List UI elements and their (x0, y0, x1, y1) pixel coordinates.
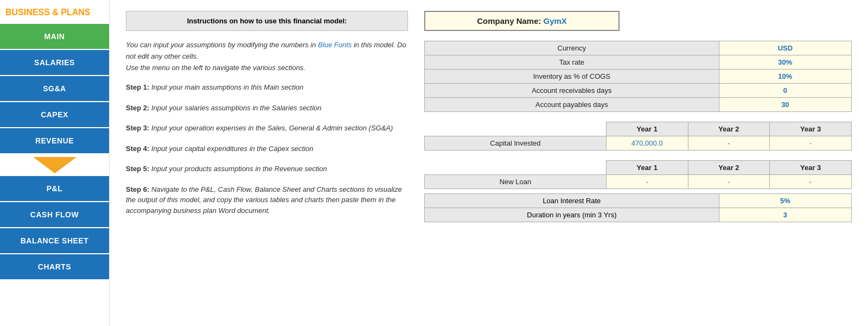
taxrate-label: Tax rate (425, 55, 719, 70)
ap-value[interactable]: 30 (719, 98, 851, 112)
capital-empty-header (425, 122, 607, 136)
loan-header-row: Year 1 Year 2 Year 3 (425, 161, 852, 175)
step-1-number: Step 1: (126, 83, 149, 91)
sidebar-arrow (0, 154, 109, 176)
loan-y2-value[interactable]: - (688, 175, 770, 189)
table-row: Account receivables days 0 (425, 84, 852, 98)
table-row: Account payables days 30 (425, 98, 852, 112)
loan-duration-label: Duration in years (min 3 Yrs) (425, 208, 719, 222)
step-3-number: Step 3: (126, 124, 149, 132)
step-6: Step 6: Navigate to the P&L, Cash Flow, … (126, 184, 408, 216)
capital-section: Year 1 Year 2 Year 3 Capital Invested 47… (424, 122, 852, 151)
instructions-intro: You can input your assumptions by modify… (126, 40, 408, 73)
sidebar-item-capex[interactable]: CAPEX (0, 102, 109, 128)
table-row: Loan Interest Rate 5% (425, 194, 852, 208)
currency-value[interactable]: USD (719, 41, 851, 55)
table-row: New Loan - - - (425, 175, 852, 189)
sidebar-item-balancesheet[interactable]: BALANCE SHEET (0, 228, 109, 254)
step-6-number: Step 6: (126, 185, 149, 193)
table-row: Tax rate 30% (425, 55, 852, 70)
capital-y3-value[interactable]: - (770, 136, 852, 151)
capital-header-row: Year 1 Year 2 Year 3 (425, 122, 852, 136)
loan-interest-value[interactable]: 5% (719, 194, 851, 208)
inventory-value[interactable]: 10% (719, 70, 851, 84)
ap-label: Account payables days (425, 98, 719, 112)
assumptions-table: Currency USD Tax rate 30% Inventory as %… (424, 41, 852, 112)
capital-y2-value[interactable]: - (688, 136, 770, 151)
table-row: Currency USD (425, 41, 852, 55)
step-4: Step 4: Input your capital expenditures … (126, 143, 408, 154)
step-3: Step 3: Input your operation expenses in… (126, 123, 408, 134)
capital-year1-header: Year 1 (606, 122, 688, 136)
capital-year2-header: Year 2 (688, 122, 770, 136)
instructions-title-box: Instructions on how to use this financia… (126, 11, 408, 31)
company-name-value[interactable]: GymX (544, 16, 567, 26)
step-2-text: Input your salaries assumptions in the S… (151, 104, 322, 112)
loan-info-table: Loan Interest Rate 5% Duration in years … (424, 193, 852, 222)
step-4-number: Step 4: (126, 145, 149, 153)
main-content: Instructions on how to use this financia… (110, 0, 868, 326)
sidebar: BUSINESS & PLANS MAIN SALARIES SG&A CAPE… (0, 0, 110, 326)
step-4-text: Input your capital expenditures in the C… (151, 145, 313, 153)
loan-table: Year 1 Year 2 Year 3 New Loan - - - (424, 160, 852, 189)
instructions-title: Instructions on how to use this financia… (187, 17, 347, 25)
step-3-text: Input your operation expenses in the Sal… (151, 124, 393, 132)
ar-value[interactable]: 0 (719, 84, 851, 98)
step-5-text: Input your products assumptions in the R… (151, 165, 327, 173)
capital-year3-header: Year 3 (770, 122, 852, 136)
step-6-text: Navigate to the P&L, Cash Flow, Balance … (126, 185, 402, 215)
intro-line3: Use the menu on the left to navigate the… (126, 64, 305, 72)
new-loan-label: New Loan (425, 175, 607, 189)
arrow-down-icon (33, 157, 76, 173)
step-1-text: Input your main assumptions in this Main… (151, 83, 303, 91)
inventory-label: Inventory as % of COGS (425, 70, 719, 84)
sidebar-item-revenue[interactable]: REVENUE (0, 128, 109, 154)
loan-y3-value[interactable]: - (770, 175, 852, 189)
intro-line1: You can input your assumptions by modify… (126, 41, 316, 49)
logo: BUSINESS & PLANS (0, 0, 109, 24)
capital-invested-label: Capital Invested (425, 136, 607, 151)
intro-blue-fonts: Blue Fonts (318, 41, 352, 49)
sidebar-item-sga[interactable]: SG&A (0, 76, 109, 102)
sidebar-item-pl[interactable]: P&L (0, 176, 109, 202)
table-row: Duration in years (min 3 Yrs) 3 (425, 208, 852, 222)
logo-text-before: BUSINESS (5, 8, 52, 17)
logo-text-after: PLANS (59, 8, 91, 17)
assumptions-section: Currency USD Tax rate 30% Inventory as %… (424, 41, 852, 112)
step-2-number: Step 2: (126, 104, 149, 112)
taxrate-value[interactable]: 30% (719, 55, 851, 70)
capital-table: Year 1 Year 2 Year 3 Capital Invested 47… (424, 122, 852, 151)
sidebar-item-cashflow[interactable]: CASH FLOW (0, 202, 109, 228)
step-5: Step 5: Input your products assumptions … (126, 164, 408, 174)
loan-year1-header: Year 1 (606, 161, 688, 175)
company-label: Company Name: (477, 16, 541, 26)
company-name-box: Company Name: GymX (424, 11, 620, 31)
loan-year2-header: Year 2 (688, 161, 770, 175)
step-2: Step 2: Input your salaries assumptions … (126, 103, 408, 114)
capital-y1-value[interactable]: 470,000.0 (606, 136, 688, 151)
sidebar-item-charts[interactable]: CHARTS (0, 254, 109, 280)
right-panel: Company Name: GymX Currency USD Tax rate… (424, 11, 852, 315)
step-5-number: Step 5: (126, 165, 149, 173)
table-row: Inventory as % of COGS 10% (425, 70, 852, 84)
ar-label: Account receivables days (425, 84, 719, 98)
currency-label: Currency (425, 41, 719, 55)
loan-duration-value[interactable]: 3 (719, 208, 851, 222)
loan-year3-header: Year 3 (770, 161, 852, 175)
step-1: Step 1: Input your main assumptions in t… (126, 82, 408, 93)
loan-y1-value[interactable]: - (606, 175, 688, 189)
sidebar-item-main[interactable]: MAIN (0, 24, 109, 50)
loan-interest-label: Loan Interest Rate (425, 194, 719, 208)
instructions-panel: Instructions on how to use this financia… (126, 11, 408, 315)
sidebar-item-salaries[interactable]: SALARIES (0, 50, 109, 76)
loan-empty-header (425, 161, 607, 175)
loan-section: Year 1 Year 2 Year 3 New Loan - - - (424, 160, 852, 222)
logo-ampersand: & (52, 8, 59, 17)
table-row: Capital Invested 470,000.0 - - (425, 136, 852, 151)
